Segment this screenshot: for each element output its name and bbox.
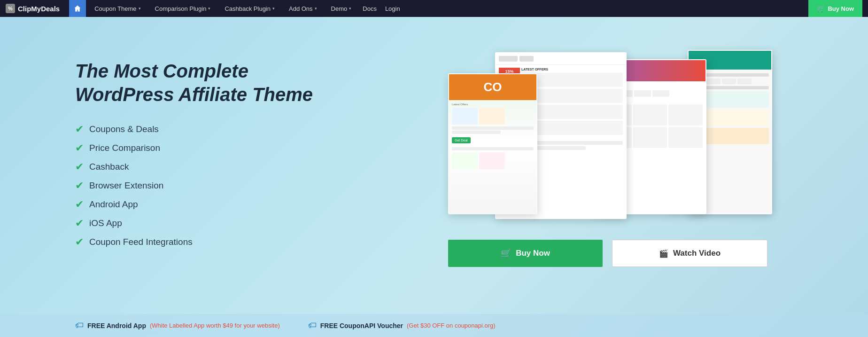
feature-item-browser: ✔ Browser Extension bbox=[75, 180, 366, 192]
nav-items: Coupon Theme ▾ Comparison Plugin ▾ Cashb… bbox=[88, 0, 808, 17]
nav-item-comparison-plugin[interactable]: Comparison Plugin ▾ bbox=[148, 0, 217, 17]
brand[interactable]: % ClipMyDeals bbox=[6, 4, 60, 13]
nav-item-demo[interactable]: Demo ▾ bbox=[325, 0, 358, 17]
check-icon: ✔ bbox=[75, 198, 84, 211]
chevron-down-icon: ▾ bbox=[272, 6, 275, 11]
navbar: % ClipMyDeals Coupon Theme ▾ Comparison … bbox=[0, 0, 868, 17]
check-icon: ✔ bbox=[75, 217, 84, 229]
nav-item-docs[interactable]: Docs bbox=[359, 0, 380, 17]
feature-item-cashback: ✔ Cashback bbox=[75, 161, 366, 173]
check-icon: ✔ bbox=[75, 123, 84, 135]
nav-item-coupon-theme[interactable]: Coupon Theme ▾ bbox=[88, 0, 147, 17]
nav-item-login[interactable]: Login bbox=[381, 0, 404, 17]
nav-item-addons[interactable]: Add Ons ▾ bbox=[282, 0, 324, 17]
hero-title: The Most Complete WordPress Affiliate Th… bbox=[75, 59, 366, 106]
nav-item-cashback-plugin[interactable]: Cashback Plugin ▾ bbox=[218, 0, 281, 17]
cart-icon: 🛒 bbox=[501, 248, 511, 259]
hero-footer-bar: 🏷 FREE Android App (White Labelled App w… bbox=[0, 314, 868, 337]
hero-action-buttons: 🛒 Buy Now 🎬 Watch Video bbox=[448, 240, 767, 267]
chevron-down-icon: ▾ bbox=[315, 6, 317, 11]
cart-icon: 🛒 bbox=[817, 5, 825, 12]
home-icon bbox=[74, 5, 81, 12]
check-icon: ✔ bbox=[75, 161, 84, 173]
buy-now-button[interactable]: 🛒 Buy Now bbox=[448, 240, 603, 267]
check-icon: ✔ bbox=[75, 236, 84, 248]
check-icon: ✔ bbox=[75, 180, 84, 192]
chevron-down-icon: ▾ bbox=[349, 6, 351, 11]
promo-android: 🏷 FREE Android App (White Labelled App w… bbox=[75, 321, 280, 330]
hero-content: The Most Complete WordPress Affiliate Th… bbox=[0, 17, 868, 314]
promo-couponapi: 🏷 FREE CouponAPI Voucher (Get $30 OFF on… bbox=[308, 321, 496, 330]
tag-icon: 🏷 bbox=[75, 321, 84, 330]
feature-item-coupons: ✔ Coupons & Deals bbox=[75, 123, 366, 135]
hero-features-list: ✔ Coupons & Deals ✔ Price Comparison ✔ C… bbox=[75, 123, 366, 248]
chevron-down-icon: ▾ bbox=[208, 6, 210, 11]
hero-right: Popular Stores Latest Offers bbox=[385, 45, 830, 267]
navbar-buy-button[interactable]: 🛒 Buy Now bbox=[808, 0, 862, 17]
check-icon: ✔ bbox=[75, 142, 84, 154]
tag-icon: 🏷 bbox=[308, 321, 317, 330]
screenshot-orange: CO Latest Offers Get Deal bbox=[448, 73, 537, 214]
feature-item-android: ✔ Android App bbox=[75, 198, 366, 211]
chevron-down-icon: ▾ bbox=[139, 6, 141, 11]
watch-video-button[interactable]: 🎬 Watch Video bbox=[612, 240, 767, 267]
brand-icon: % bbox=[6, 4, 15, 13]
hero-left: The Most Complete WordPress Affiliate Th… bbox=[75, 45, 366, 262]
video-icon: 🎬 bbox=[659, 249, 668, 258]
home-button[interactable] bbox=[69, 0, 86, 17]
feature-item-ios: ✔ iOS App bbox=[75, 217, 366, 229]
feature-item-price: ✔ Price Comparison bbox=[75, 142, 366, 154]
feature-item-coupon-feed: ✔ Coupon Feed Integrations bbox=[75, 236, 366, 248]
screenshots-preview: Popular Stores Latest Offers bbox=[448, 50, 767, 228]
hero-section: The Most Complete WordPress Affiliate Th… bbox=[0, 17, 868, 337]
